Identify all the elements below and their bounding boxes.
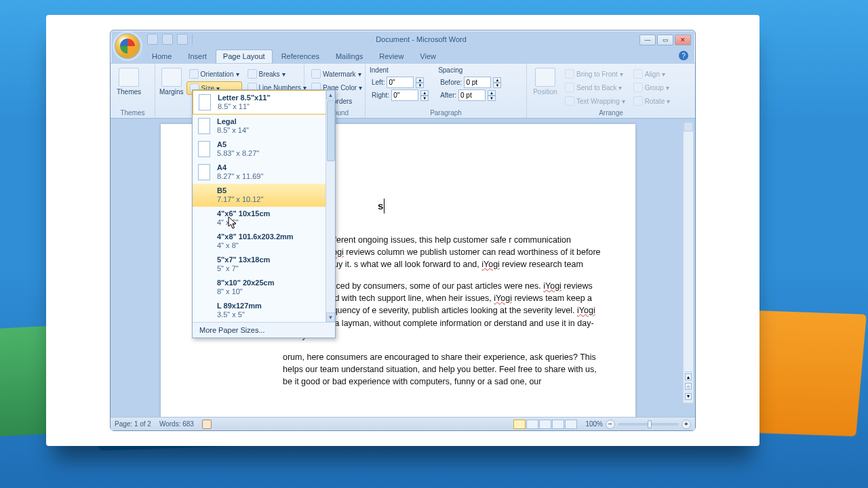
themes-button[interactable]: Themes — [115, 65, 143, 96]
scroll-thumb[interactable] — [327, 100, 335, 161]
position-icon — [535, 68, 555, 87]
indent-right-input[interactable] — [391, 89, 418, 101]
size-option[interactable]: 8"x10" 20x25cm8" x 10" — [193, 276, 335, 299]
group-arrange: Position Bring to Front ▾ Send to Back ▾… — [527, 64, 695, 118]
page-thumb-icon — [198, 118, 210, 134]
group-icon — [633, 83, 643, 92]
view-web-layout[interactable] — [539, 420, 551, 429]
status-page[interactable]: Page: 1 of 2 — [115, 420, 151, 428]
size-option[interactable]: A55.83" x 8.27" — [193, 138, 335, 161]
spin-up[interactable]: ▲ — [416, 77, 424, 83]
orientation-icon — [189, 69, 199, 79]
spacing-after-row: After: ▲▼ — [438, 89, 501, 101]
tab-home[interactable]: Home — [144, 49, 179, 63]
themes-group-label: Themes — [115, 108, 151, 118]
page-thumb-icon — [199, 94, 211, 110]
maximize-button[interactable]: ▭ — [657, 35, 673, 45]
group-button: Group ▾ — [631, 81, 673, 94]
tab-insert[interactable]: Insert — [180, 49, 214, 63]
page-thumb-icon — [198, 141, 210, 157]
proofing-icon[interactable] — [202, 420, 212, 429]
size-option-name: 8"x10" 20x25cm — [217, 279, 274, 287]
zoom-percent[interactable]: 100% — [585, 420, 603, 428]
orientation-button[interactable]: Orientation ▾ — [186, 68, 242, 80]
tab-view[interactable]: View — [412, 49, 443, 63]
prev-page-icon[interactable]: ▲ — [685, 373, 692, 380]
themes-icon — [119, 68, 139, 87]
quick-access-toolbar — [147, 34, 195, 45]
view-outline[interactable] — [552, 420, 564, 429]
qat-redo-icon[interactable] — [177, 34, 188, 45]
rotate-button: Rotate ▾ — [631, 95, 673, 107]
tab-page-layout[interactable]: Page Layout — [216, 49, 273, 63]
send-to-back-button: Send to Back ▾ — [562, 81, 628, 94]
ribbon: Themes Themes Margins Orientation ▾ Size… — [111, 63, 695, 119]
breaks-button[interactable]: Breaks ▾ — [245, 68, 309, 80]
tab-mailings[interactable]: Mailings — [328, 49, 370, 63]
spacing-after-input[interactable] — [458, 89, 486, 101]
size-option-dim: 8.27" x 11.69" — [217, 172, 263, 181]
size-option[interactable]: A48.27" x 11.69" — [193, 161, 335, 184]
minimize-button[interactable]: — — [639, 35, 656, 45]
size-option[interactable]: Legal8.5" x 14" — [193, 115, 335, 138]
word-window: Document - Microsoft Word — ▭ ✕ Home Ins… — [110, 30, 696, 431]
status-bar: Page: 1 of 2 Words: 683 100% − + — [111, 417, 695, 430]
size-option-name: A5 — [217, 140, 259, 149]
help-icon[interactable]: ? — [679, 51, 688, 60]
arrange-group-label: Arrange — [531, 108, 691, 118]
scroll-down-icon[interactable]: ▼ — [326, 312, 335, 322]
size-option-dim: 5" x 7" — [217, 264, 270, 273]
zoom-in-button[interactable]: + — [682, 420, 691, 429]
size-option-dim: 8.5" x 11" — [218, 102, 271, 111]
spin-down[interactable]: ▼ — [416, 83, 424, 88]
zoom-out-button[interactable]: − — [606, 420, 615, 429]
themes-label: Themes — [117, 88, 141, 96]
close-button[interactable]: ✕ — [675, 35, 691, 45]
paragraph-3: orum, here consumers are encouraged to s… — [283, 351, 601, 388]
size-option-name: Legal — [217, 117, 249, 126]
size-option[interactable]: 4"x8" 101.6x203.2mm4" x 8" — [193, 230, 335, 253]
qat-undo-icon[interactable] — [162, 34, 173, 45]
spin-up[interactable]: ▲ — [420, 90, 429, 96]
spin-down[interactable]: ▼ — [493, 83, 501, 88]
size-option[interactable]: 5"x7" 13x18cm5" x 7" — [193, 253, 335, 276]
zoom-slider-knob[interactable] — [648, 420, 652, 428]
size-option[interactable]: Letter 8.5"x11"8.5" x 11" — [193, 90, 335, 115]
spin-up[interactable]: ▲ — [493, 77, 501, 83]
view-print-layout[interactable] — [513, 420, 526, 429]
indent-left-input[interactable] — [387, 77, 414, 88]
breaks-icon — [248, 69, 257, 79]
indent-right-label: Right: — [372, 92, 389, 99]
office-button[interactable] — [115, 33, 140, 59]
spin-up[interactable]: ▲ — [488, 90, 496, 96]
vertical-scrollbar[interactable]: ▲ ○ ▼ — [683, 121, 694, 403]
size-option[interactable]: B57.17" x 10.12" — [193, 184, 335, 207]
qat-save-icon[interactable] — [147, 34, 158, 45]
scroll-up-icon[interactable]: ▲ — [326, 90, 335, 100]
more-paper-sizes[interactable]: More Paper Sizes... — [193, 322, 335, 338]
size-option[interactable]: 4"x6" 10x15cm4" x 6" — [193, 207, 335, 230]
watermark-button[interactable]: Watermark ▾ — [309, 68, 365, 80]
size-option[interactable]: L 89x127mm3.5" x 5" — [193, 299, 335, 322]
zoom-slider[interactable] — [618, 423, 679, 426]
spin-down[interactable]: ▼ — [488, 96, 496, 101]
window-title: Document - Microsoft Word — [195, 35, 695, 43]
tab-review[interactable]: Review — [372, 49, 411, 63]
outer-white-frame: Document - Microsoft Word — ▭ ✕ Home Ins… — [46, 15, 760, 446]
view-draft[interactable] — [565, 420, 577, 429]
tab-references[interactable]: References — [274, 49, 327, 63]
send-back-icon — [565, 83, 574, 92]
size-option-name: Letter 8.5"x11" — [218, 94, 271, 102]
browse-object-icon[interactable]: ○ — [685, 383, 692, 390]
spin-down[interactable]: ▼ — [420, 96, 429, 101]
spacing-before-input[interactable] — [464, 77, 491, 88]
status-words[interactable]: Words: 683 — [159, 420, 194, 428]
view-full-screen[interactable] — [526, 420, 538, 429]
view-buttons — [513, 420, 577, 429]
size-dropdown-scrollbar[interactable]: ▲ ▼ — [326, 90, 335, 322]
margins-button[interactable]: Margins — [159, 65, 184, 96]
margins-label: Margins — [159, 88, 184, 96]
scroll-up-icon[interactable] — [684, 122, 693, 131]
next-page-icon[interactable]: ▼ — [685, 393, 692, 400]
title-bar: Document - Microsoft Word — ▭ ✕ — [111, 30, 695, 48]
